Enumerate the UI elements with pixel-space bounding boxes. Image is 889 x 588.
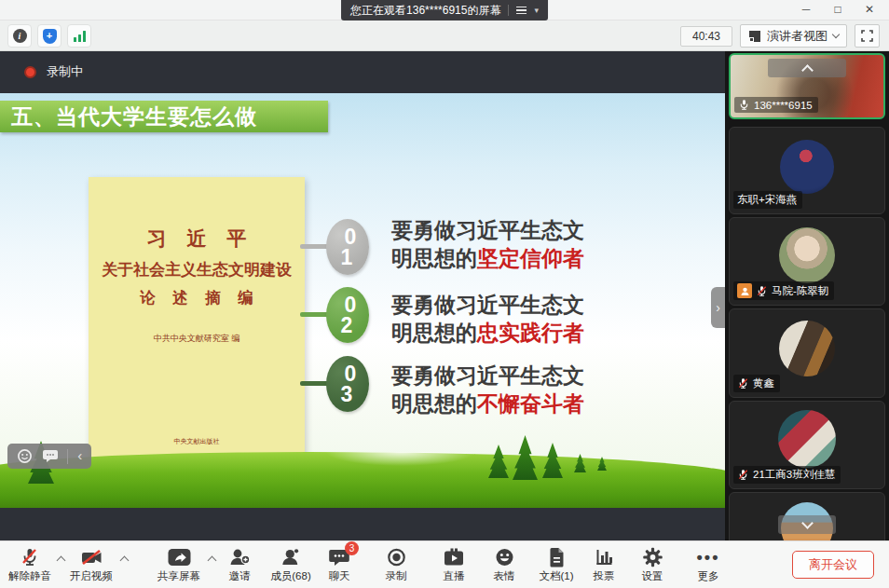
list-item-text-1: 要勇做习近平生态文明思想的坚定信仰者 [391,216,593,273]
participant-name-label: 马院-陈翠韧 [733,281,834,300]
collapse-left-icon[interactable]: ‹ [77,448,82,462]
record-icon [386,546,406,568]
unmute-button[interactable]: 解除静音 [8,546,51,583]
banner-caret-icon[interactable]: ▾ [534,6,539,15]
divider [508,5,509,16]
grass-graphic [0,452,725,508]
list-item-text-2: 要勇做习近平生态文明思想的忠实践行者 [391,291,593,348]
divider [67,449,68,464]
annotation-toolbar: ‹ [7,444,91,469]
participant-tile-partial[interactable] [729,492,885,540]
signal-bars-icon [74,31,86,42]
list-item-text-3: 要勇做习近平生态文明思想的不懈奋斗者 [391,362,593,418]
participant-name-label: 东职+宋海燕 [733,191,802,209]
network-status-button[interactable] [67,24,91,48]
chevron-down-icon [801,517,814,529]
recording-label: 录制中 [47,63,83,80]
close-button[interactable]: ✕ [854,0,885,21]
avatar [779,227,835,283]
live-stream-icon [443,546,465,568]
mic-off-icon [20,546,40,568]
list-number-02: 02 [326,287,369,343]
view-mode-caret-icon [832,31,840,38]
meeting-topbar: i + 40:43 演讲者视图 [0,21,889,51]
participant-tile[interactable]: 黄鑫 [729,308,885,398]
sidebar-collapse-handle[interactable]: › [711,287,725,328]
camera-off-icon [80,546,103,568]
emoji-icon [494,546,514,568]
participants-sidebar: 136****6915 东职+宋海燕 [725,51,889,540]
book-title-line3: 论 述 摘 编 [89,288,305,308]
host-badge-icon [737,283,752,298]
chat-bubble-icon[interactable] [42,449,59,463]
book-title-line1: 习 近 平 [89,226,305,252]
share-screen-icon [167,546,192,568]
shared-screen-region: 录制中 五、当代大学生要怎么做 习 近 平 关于社会主义生态文明建设 论 述 摘… [0,51,725,540]
meeting-toolbar: 解除静音 开启视频 共享屏幕 [0,540,889,588]
slide-header: 五、当代大学生要怎么做 [0,101,328,132]
chat-icon: 3 [328,546,350,568]
docs-button[interactable]: 文档(1) [539,546,573,583]
window-titlebar: 您正在观看136****6915的屏幕 ▾ ─ □ ✕ [0,0,889,21]
shield-plus-icon: + [43,29,57,44]
mic-muted-icon [756,285,768,297]
participant-tile[interactable]: 21工商3班刘佳慧 [729,401,885,489]
audio-options-caret[interactable] [57,556,66,566]
maximize-button[interactable]: □ [822,0,854,21]
avatar [778,410,836,468]
avatar [780,140,834,194]
book-title-line2: 关于社会主义生态文明建设 [89,259,305,280]
video-options-caret[interactable] [120,556,130,566]
meeting-window: 您正在观看136****6915的屏幕 ▾ ─ □ ✕ i + [0,0,889,588]
participant-name-label: 136****6915 [734,97,818,113]
minimize-button[interactable]: ─ [790,0,822,21]
view-mode-selector[interactable]: 演讲者视图 [740,24,847,48]
invite-button[interactable]: 邀请 [228,546,251,583]
live-stream-button[interactable]: 直播 [443,546,465,583]
book-cover: 习 近 平 关于社会主义生态文明建设 论 述 摘 编 中共中央文献研究室 编 中… [89,177,305,458]
emoji-reaction-icon[interactable] [17,448,33,464]
participant-tile-active[interactable]: 136****6915 [729,53,885,119]
chat-unread-badge: 3 [345,541,359,555]
view-mode-label: 演讲者视图 [767,28,827,45]
start-video-button[interactable]: 开启视频 [70,546,113,583]
book-publisher: 中央文献出版社 [89,437,305,446]
record-button[interactable]: 录制 [386,546,407,583]
scroll-participants-down-button[interactable] [778,515,836,534]
participant-name-label: 黄鑫 [733,375,780,392]
more-button[interactable]: ••• 更多 [697,546,720,583]
share-screen-button[interactable]: 共享屏幕 [157,546,200,583]
chevron-up-icon [801,64,814,76]
mic-muted-icon [737,469,749,481]
avatar [779,321,835,376]
chat-button[interactable]: 3 聊天 [328,546,350,583]
meeting-info-button[interactable]: i [7,24,32,48]
share-options-caret[interactable] [208,556,217,566]
list-number-01: 01 [326,219,369,275]
recording-indicator: 录制中 [24,63,83,80]
presentation-slide: 五、当代大学生要怎么做 习 近 平 关于社会主义生态文明建设 论 述 摘 编 中… [0,93,725,508]
info-icon: i [13,29,27,43]
fullscreen-button[interactable] [855,24,880,48]
settings-button[interactable]: 设置 [642,546,663,583]
security-button[interactable]: + [37,24,62,48]
members-button[interactable]: 成员(68) [270,546,310,583]
recording-dot-icon [24,66,36,78]
invite-icon [228,546,251,568]
viewing-banner[interactable]: 您正在观看136****6915的屏幕 ▾ [341,0,548,21]
emoji-button[interactable]: 表情 [494,546,515,583]
meeting-timer: 40:43 [680,26,732,47]
members-icon [280,546,302,568]
banner-menu-icon[interactable] [516,7,527,15]
mic-muted-icon [737,377,749,390]
fullscreen-icon [861,30,873,42]
participant-tile[interactable]: 东职+宋海燕 [729,127,885,214]
viewing-banner-text: 您正在观看136****6915的屏幕 [350,3,500,19]
collapse-videos-button[interactable] [768,59,846,77]
leave-meeting-button[interactable]: 离开会议 [792,551,874,579]
poll-button[interactable]: 投票 [594,546,615,583]
layout-icon [748,30,761,43]
mic-on-icon [738,99,750,111]
participant-tile[interactable]: 马院-陈翠韧 [729,217,885,306]
window-controls: ─ □ ✕ [790,0,885,21]
